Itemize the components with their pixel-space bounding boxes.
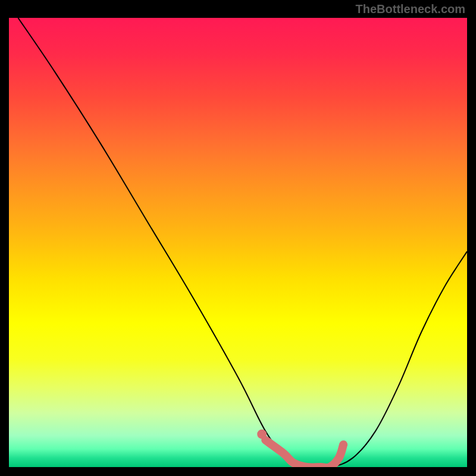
bottleneck-curve-line [18,18,467,467]
chart-svg [9,18,467,467]
chart-plot-area [9,18,467,467]
optimal-range-highlight [265,440,343,467]
attribution-label: TheBottleneck.com [356,2,465,16]
optimal-range-start-dot [257,430,267,439]
